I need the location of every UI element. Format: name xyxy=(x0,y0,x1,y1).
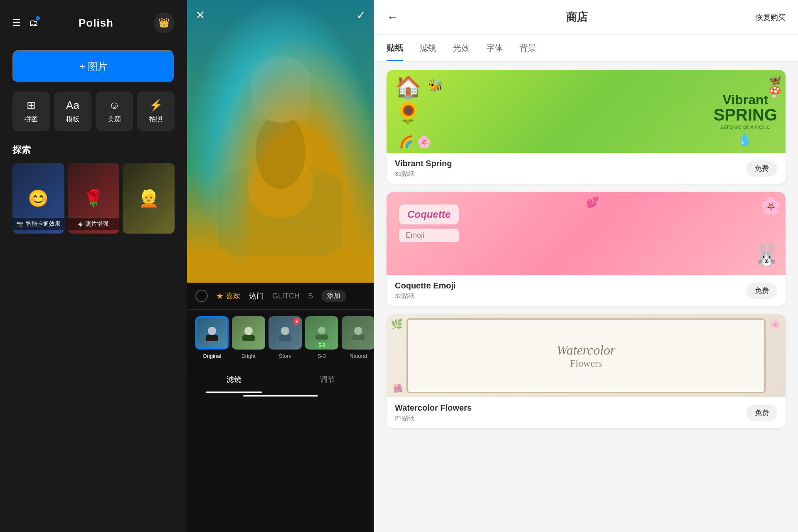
filter-thumb-natural[interactable]: Natural xyxy=(342,316,374,359)
camera-tool[interactable]: ⚡ 拍照 xyxy=(137,91,175,131)
right-panel: ← 商店 恢复购买 贴纸 滤镜 光效 字体 背景 🏠🌻 🐝 🦋🍄 Vibrant… xyxy=(374,0,798,532)
svg-rect-18 xyxy=(352,335,365,340)
filter-thumb-original[interactable]: Original xyxy=(195,316,229,359)
watercolor-right-deco: 🌸 xyxy=(769,318,781,330)
watercolor-sub-text: Flowers xyxy=(570,358,602,369)
filter-bright-label: Bright xyxy=(241,353,256,359)
svg-rect-16 xyxy=(315,335,328,340)
shop-card-coquette: Coquette Emoji 🌸 🐰 💕 Coquette Emoji 32贴纸 xyxy=(387,192,786,306)
spring-spring-text: SPRING xyxy=(714,106,777,123)
watercolor-free-btn[interactable]: 免费 xyxy=(746,405,777,421)
coquette-count: 32贴纸 xyxy=(395,292,456,300)
svg-rect-14 xyxy=(279,335,291,341)
filter-story-label: Story xyxy=(279,353,291,359)
filter-natural-preview xyxy=(342,316,374,350)
coquette-title-box: Coquette xyxy=(399,204,459,224)
beauty-label: 美颜 xyxy=(108,115,121,124)
watercolor-bottom-deco: 🌺 xyxy=(393,383,403,393)
template-label: 模板 xyxy=(66,115,79,124)
left-panel: ☰ 🗂 Polish 👑 + 图片 ⊞ 拼图 Aa 模板 ☺ 美颜 ⚡ 拍照 xyxy=(0,0,187,532)
explore-item-enhance[interactable]: 🌹 ◈ 照片增强 xyxy=(68,163,120,234)
menu-icon[interactable]: ☰ xyxy=(12,17,21,28)
crown-button[interactable]: 👑 xyxy=(154,12,175,33)
shop-tab-bg[interactable]: 背景 xyxy=(520,35,536,61)
camera-small-icon: 📷 xyxy=(16,221,23,227)
filter-thumb-bright[interactable]: Bright xyxy=(232,316,265,359)
filter-thumb-story[interactable]: ♥ Story xyxy=(268,316,302,359)
coquette-inner: Coquette Emoji 🌸 🐰 💕 xyxy=(387,192,786,275)
notification-dot xyxy=(36,16,40,20)
enhance-icon: ◈ xyxy=(78,221,83,227)
filter-natural-label: Natural xyxy=(350,353,367,359)
watercolor-title-text: Watercolor xyxy=(557,342,616,358)
beauty-icon: ☺ xyxy=(109,99,120,112)
shop-tab-stickers[interactable]: 贴纸 xyxy=(387,35,403,61)
shop-tab-fonts[interactable]: 字体 xyxy=(486,35,503,61)
tab-filter[interactable]: 滤镜 xyxy=(187,366,281,393)
svg-rect-12 xyxy=(242,335,255,341)
vibrant-spring-count: 39贴纸 xyxy=(395,170,452,178)
shop-card-vibrant-spring: 🏠🌻 🐝 🦋🍄 Vibrant SPRING LET'S GO ON A PIC… xyxy=(387,70,786,184)
watercolor-left-deco: 🌿 xyxy=(391,318,403,330)
shop-tab-filters[interactable]: 滤镜 xyxy=(420,35,436,61)
svg-point-15 xyxy=(318,327,325,334)
filter-tab-hot[interactable]: 热门 xyxy=(249,289,264,303)
explore-item-bg-3: 👱 xyxy=(123,163,175,234)
shop-back-button[interactable]: ← xyxy=(387,11,398,24)
filter-tab-favorites[interactable]: ★ 喜欢 xyxy=(216,289,241,303)
svg-rect-8 xyxy=(297,81,310,123)
tab-adjust[interactable]: 调节 xyxy=(281,366,374,393)
svg-point-13 xyxy=(281,327,289,335)
add-photo-button[interactable]: + 图片 xyxy=(12,50,175,83)
explore-grid: 😊 📷 智能卡通效果 🌹 ◈ 照片增强 👱 xyxy=(12,163,175,234)
main-image-area xyxy=(187,0,374,283)
coquette-title: Coquette xyxy=(407,209,451,220)
coquette-hearts: 💕 xyxy=(586,196,599,208)
template-tool[interactable]: Aa 模板 xyxy=(54,91,91,131)
explore-item-label-2: ◈ 照片增强 xyxy=(68,218,120,230)
explore-item-cartoon[interactable]: 😊 📷 智能卡通效果 xyxy=(12,163,64,234)
message-icon-wrapper[interactable]: 🗂 xyxy=(29,17,38,28)
filter-add-button[interactable]: 添加 xyxy=(321,290,346,302)
filter-strip: Original Bright ♥ xyxy=(187,310,374,366)
filter-thumb-s3[interactable]: S-3 S-3 xyxy=(305,316,338,359)
svg-rect-7 xyxy=(251,81,264,123)
beauty-tool[interactable]: ☺ 美颜 xyxy=(96,91,133,131)
camera-label: 拍照 xyxy=(149,115,163,124)
puzzle-tool[interactable]: ⊞ 拼图 xyxy=(12,91,50,131)
coquette-image: Coquette Emoji 🌸 🐰 💕 xyxy=(387,192,786,275)
vibrant-spring-free-btn[interactable]: 免费 xyxy=(746,160,777,177)
vibrant-spring-info: Vibrant Spring 39贴纸 免费 xyxy=(387,153,786,184)
watercolor-frame: Watercolor Flowers xyxy=(406,318,766,393)
watercolor-image: Watercolor Flowers 🌿 🌸 🌺 xyxy=(387,314,786,397)
filter-none-icon[interactable]: ⊘ xyxy=(195,290,208,302)
vibrant-spring-image: 🏠🌻 🐝 🦋🍄 Vibrant SPRING LET'S GO ON A PIC… xyxy=(387,70,786,153)
bottom-tabs: 滤镜 调节 xyxy=(187,366,374,393)
watercolor-info: Watercolor Flowers 21贴纸 免费 xyxy=(387,397,786,428)
explore-item-text-1: 智能卡通效果 xyxy=(26,220,61,228)
spring-bee-deco: 🐝 xyxy=(428,78,443,93)
shop-restore-button[interactable]: 恢复购买 xyxy=(756,12,786,22)
close-button[interactable]: ✕ xyxy=(195,8,205,22)
puzzle-icon: ⊞ xyxy=(27,99,36,112)
shop-header: ← 商店 恢复购买 xyxy=(374,0,798,35)
explore-section: 探索 😊 📷 智能卡通效果 🌹 ◈ 照片增强 👱 xyxy=(12,144,175,234)
watercolor-name: Watercolor Flowers xyxy=(395,403,472,413)
explore-item-label-1: 📷 智能卡通效果 xyxy=(12,218,64,230)
filter-tab-s[interactable]: S xyxy=(308,290,313,302)
filter-original-label: Original xyxy=(203,353,222,359)
svg-point-4 xyxy=(256,114,305,189)
camera-icon: ⚡ xyxy=(149,99,163,112)
explore-item-3[interactable]: 👱 xyxy=(123,163,175,234)
shop-card-watercolor: Watercolor Flowers 🌿 🌸 🌺 Watercolor Flow… xyxy=(387,314,786,428)
shop-tab-effects[interactable]: 光效 xyxy=(453,35,470,61)
s3-badge: S-3 xyxy=(316,342,328,348)
filter-s3-preview: S-3 xyxy=(305,316,338,350)
filter-tab-glitch[interactable]: GLITCH xyxy=(272,290,300,302)
shop-title: 商店 xyxy=(566,10,588,25)
coquette-free-btn[interactable]: 免费 xyxy=(746,283,777,299)
explore-title: 探索 xyxy=(12,144,175,156)
coquette-name: Coquette Emoji xyxy=(395,281,456,291)
spring-bottom-deco: 🌈 🌸 xyxy=(399,135,431,149)
confirm-button[interactable]: ✓ xyxy=(356,8,366,22)
